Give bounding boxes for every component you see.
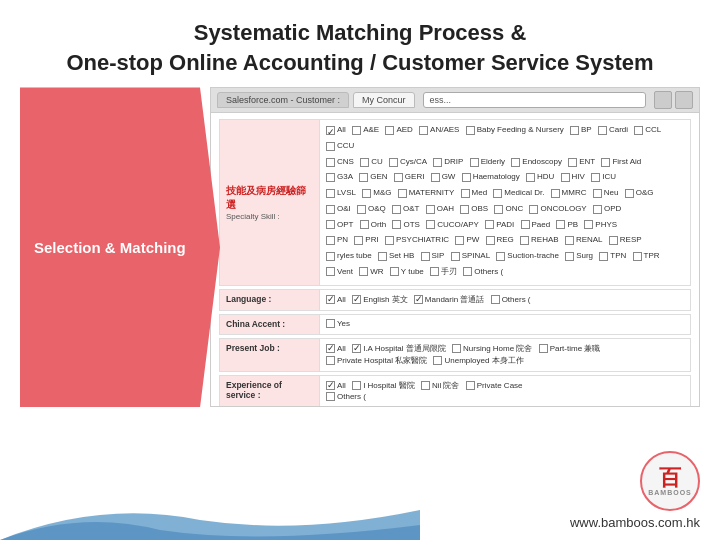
cb-wr[interactable]: WR — [359, 266, 383, 279]
cb-job-all[interactable]: All — [326, 344, 346, 353]
cb-exp-all-box[interactable] — [326, 381, 335, 390]
cb-mat[interactable]: MATERNITY — [398, 187, 455, 200]
cb-ryles-box[interactable] — [326, 252, 335, 261]
cb-others-skill-box[interactable] — [463, 267, 472, 276]
cb-obs[interactable]: OBS — [460, 203, 488, 216]
cb-cuco[interactable]: CUCO/APY — [426, 219, 479, 232]
cb-orth-box[interactable] — [360, 220, 369, 229]
cb-hiv-box[interactable] — [561, 173, 570, 182]
cb-phys-box[interactable] — [584, 220, 593, 229]
cb-baby-box[interactable] — [466, 126, 475, 135]
cb-drip[interactable]: DRIP — [433, 156, 463, 169]
cb-pn-box[interactable] — [326, 236, 335, 245]
cb-psych[interactable]: PSYCHIATRIC — [385, 234, 449, 247]
cb-baby[interactable]: Baby Feeding & Nursery — [466, 124, 564, 137]
cb-rehab[interactable]: REHAB — [520, 234, 559, 247]
cb-med[interactable]: Med — [461, 187, 488, 200]
cb-endoscopy-box[interactable] — [511, 158, 520, 167]
cb-ae[interactable]: A&E — [352, 124, 379, 137]
cb-ccu[interactable]: CCU — [326, 140, 354, 153]
cb-job-nursing[interactable]: Nursing Home 院舍 — [452, 343, 532, 354]
cb-job-parttime-box[interactable] — [539, 344, 548, 353]
cb-lvsl[interactable]: LVSL — [326, 187, 356, 200]
cb-ent-box[interactable] — [568, 158, 577, 167]
cb-aed[interactable]: AED — [385, 124, 412, 137]
cb-job-parttime[interactable]: Part-time 兼職 — [539, 343, 601, 354]
cb-hdu[interactable]: HDU — [526, 171, 554, 184]
cb-haem[interactable]: Haematology — [462, 171, 520, 184]
cb-hdu-box[interactable] — [526, 173, 535, 182]
cb-pb[interactable]: PB — [556, 219, 578, 232]
cb-psych-box[interactable] — [385, 236, 394, 245]
cb-mmrc-box[interactable] — [551, 189, 560, 198]
cb-sip-box[interactable] — [421, 252, 430, 261]
cb-elderly[interactable]: Elderly — [470, 156, 505, 169]
cb-pb-box[interactable] — [556, 220, 565, 229]
cb-gw-box[interactable] — [431, 173, 440, 182]
cb-g3a[interactable]: G3A — [326, 171, 353, 184]
cb-o1[interactable]: O&I — [326, 203, 351, 216]
cb-pw[interactable]: PW — [455, 234, 479, 247]
cb-onc-box[interactable] — [494, 205, 503, 214]
cb-exp-others-box[interactable] — [326, 392, 335, 401]
cb-ot-box[interactable] — [392, 205, 401, 214]
cb-job-iahospital[interactable]: I.A Hospital 普通局限院 — [352, 343, 446, 354]
cb-exp-nil[interactable]: Nil 院舍 — [421, 380, 460, 391]
cb-pn[interactable]: PN — [326, 234, 348, 247]
cb-cu-box[interactable] — [360, 158, 369, 167]
cb-oncology[interactable]: ONCOLOGY — [529, 203, 586, 216]
cb-suction-box[interactable] — [496, 252, 505, 261]
cb-cysca[interactable]: Cys/CA — [389, 156, 427, 169]
cb-tpr[interactable]: TPR — [633, 250, 660, 263]
cb-exp-ihospital[interactable]: I Hospital 醫院 — [352, 380, 415, 391]
cb-paed-box[interactable] — [521, 220, 530, 229]
cb-mg-box[interactable] — [362, 189, 371, 198]
cb-oncology-box[interactable] — [529, 205, 538, 214]
cb-orth[interactable]: Orth — [360, 219, 387, 232]
cb-phys[interactable]: PHYS — [584, 219, 617, 232]
cb-exp-private[interactable]: Private Case — [466, 381, 523, 390]
cb-oq[interactable]: O&Q — [357, 203, 386, 216]
cb-others-skill[interactable]: Others ( — [463, 266, 503, 279]
cb-cardi[interactable]: Cardi — [598, 124, 628, 137]
cb-mat-box[interactable] — [398, 189, 407, 198]
cb-job-unemployed-box[interactable] — [433, 356, 442, 365]
cb-job-iahospital-box[interactable] — [352, 344, 361, 353]
cb-resp-box[interactable] — [609, 236, 618, 245]
cb-haem-box[interactable] — [462, 173, 471, 182]
cb-firstaid[interactable]: First Aid — [601, 156, 641, 169]
cb-suction[interactable]: Suction-trache — [496, 250, 559, 263]
cb-exp-private-box[interactable] — [466, 381, 475, 390]
cb-all[interactable]: All — [326, 124, 346, 137]
cb-endoscopy[interactable]: Endoscopy — [511, 156, 562, 169]
cb-tpn[interactable]: TPN — [599, 250, 626, 263]
cb-job-private-box[interactable] — [326, 356, 335, 365]
cb-pri-box[interactable] — [354, 236, 363, 245]
cb-sip[interactable]: SIP — [421, 250, 445, 263]
cb-vent-box[interactable] — [326, 267, 335, 276]
cb-cns[interactable]: CNS — [326, 156, 354, 169]
cb-oag-box[interactable] — [625, 189, 634, 198]
cb-ae-box[interactable] — [352, 126, 361, 135]
cb-drip-box[interactable] — [433, 158, 442, 167]
cb-surg-box[interactable] — [565, 252, 574, 261]
cb-oag[interactable]: O&G — [625, 187, 654, 200]
cb-exp-nil-box[interactable] — [421, 381, 430, 390]
cb-ytube-box[interactable] — [390, 267, 399, 276]
cb-lang-mandarin-box[interactable] — [414, 295, 423, 304]
browser-address[interactable]: ess... — [423, 92, 646, 108]
cb-geri[interactable]: GERI — [394, 171, 425, 184]
cb-neu[interactable]: Neu — [593, 187, 619, 200]
cb-meddr[interactable]: Medical Dr. — [493, 187, 544, 200]
cb-obs-box[interactable] — [460, 205, 469, 214]
cb-lang-english-box[interactable] — [352, 295, 361, 304]
cb-job-nursing-box[interactable] — [452, 344, 461, 353]
cb-hiv[interactable]: HIV — [561, 171, 585, 184]
browser-tab-2[interactable]: My Concur — [353, 92, 415, 108]
cb-exp-ihospital-box[interactable] — [352, 381, 361, 390]
cb-exp-others[interactable]: Others ( — [326, 392, 366, 401]
cb-bp[interactable]: BP — [570, 124, 592, 137]
cb-opt-box[interactable] — [326, 220, 335, 229]
cb-gw[interactable]: GW — [431, 171, 456, 184]
cb-reg[interactable]: REG — [486, 234, 514, 247]
